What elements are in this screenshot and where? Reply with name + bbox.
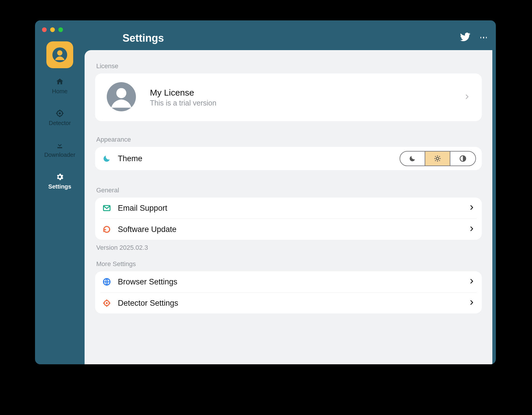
sidebar-item-settings[interactable]: Settings — [48, 172, 71, 190]
section-header-more: More Settings — [96, 260, 482, 268]
section-header-license: License — [96, 62, 482, 70]
svg-point-24 — [106, 302, 108, 304]
sidebar-item-home[interactable]: Home — [52, 77, 67, 95]
row-label: Software Update — [118, 225, 176, 234]
license-row[interactable]: My License This is a trial version — [95, 73, 482, 121]
svg-line-19 — [439, 156, 440, 157]
general-card: Email Support Software Update — [95, 198, 482, 240]
moon-icon — [102, 154, 111, 163]
mail-icon — [102, 203, 111, 213]
chevron-right-icon — [468, 204, 475, 212]
chevron-right-icon — [468, 299, 475, 307]
theme-option-dark[interactable] — [400, 152, 425, 166]
target-icon — [102, 298, 111, 308]
sidebar-item-label: Detector — [49, 120, 71, 126]
svg-point-3 — [59, 112, 61, 115]
sidebar-item-downloader[interactable]: Downloader — [44, 140, 76, 158]
user-avatar-icon — [107, 82, 136, 112]
sidebar-item-label: Downloader — [44, 152, 76, 158]
header-actions — [460, 31, 488, 44]
license-subtitle: This is a trial version — [150, 99, 216, 107]
home-icon — [55, 77, 64, 86]
email-support-row[interactable]: Email Support — [95, 198, 482, 219]
svg-point-11 — [436, 157, 439, 160]
theme-option-light[interactable] — [425, 152, 450, 166]
license-text: My License This is a trial version — [150, 88, 216, 107]
download-icon — [55, 140, 64, 150]
section-header-general: General — [96, 187, 482, 194]
section-header-appearance: Appearance — [96, 136, 482, 143]
theme-label: Theme — [118, 154, 142, 163]
detector-icon — [55, 109, 64, 118]
globe-icon — [102, 277, 111, 286]
app-window: Settings Home — [35, 20, 496, 364]
page-title: Settings — [123, 32, 164, 44]
sidebar: Home Detector — [35, 38, 85, 364]
detector-settings-row[interactable]: Detector Settings — [100, 292, 477, 314]
svg-rect-8 — [57, 147, 62, 148]
license-title: My License — [150, 88, 216, 98]
more-menu-icon[interactable] — [480, 34, 488, 42]
sidebar-item-label: Home — [52, 88, 67, 95]
browser-settings-row[interactable]: Browser Settings — [95, 271, 482, 292]
theme-segmented-control — [400, 151, 476, 166]
row-label: Browser Settings — [118, 277, 177, 286]
row-label: Email Support — [118, 204, 167, 213]
header: Settings — [35, 20, 496, 50]
theme-option-auto[interactable] — [450, 152, 475, 166]
chevron-right-icon — [468, 226, 475, 233]
software-update-row[interactable]: Software Update — [100, 219, 477, 240]
chevron-right-icon — [464, 94, 470, 101]
app-logo — [46, 41, 73, 68]
svg-point-1 — [57, 50, 62, 56]
version-footer: Version 2025.02.3 — [96, 244, 482, 252]
sidebar-item-label: Settings — [48, 183, 71, 190]
update-icon — [102, 225, 111, 234]
svg-point-10 — [116, 88, 126, 98]
row-label: Detector Settings — [118, 299, 178, 308]
more-settings-card: Browser Settings Detector Setti — [95, 271, 482, 314]
svg-line-18 — [435, 160, 436, 161]
content-panel: License My License This is a trial versi… — [85, 50, 492, 364]
twitter-icon[interactable] — [460, 31, 471, 44]
theme-row: Theme — [95, 147, 482, 170]
svg-line-16 — [435, 156, 436, 157]
svg-line-17 — [439, 160, 440, 161]
chevron-right-icon — [468, 278, 475, 286]
gear-icon — [55, 172, 64, 182]
sidebar-item-detector[interactable]: Detector — [49, 109, 71, 126]
